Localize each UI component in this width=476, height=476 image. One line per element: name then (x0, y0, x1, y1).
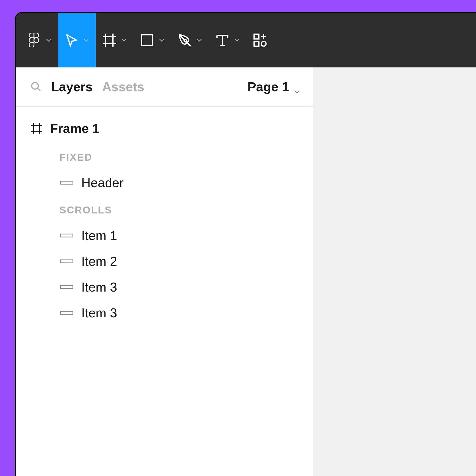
text-tool-button[interactable] (209, 13, 246, 67)
resources-icon (253, 33, 267, 47)
svg-line-20 (37, 88, 40, 91)
layer-item[interactable]: Item 2 (16, 248, 313, 274)
tab-layers[interactable]: Layers (51, 79, 93, 94)
chevron-down-icon (234, 37, 240, 43)
toolbar (16, 13, 476, 67)
move-tool-button[interactable] (58, 13, 96, 67)
svg-point-6 (184, 40, 187, 42)
chevron-down-icon (196, 37, 202, 43)
component-icon (60, 284, 73, 290)
layer-label: Header (81, 175, 124, 190)
layer-label: Frame 1 (50, 121, 99, 136)
svg-point-0 (34, 38, 39, 42)
layer-label: Item 2 (81, 254, 117, 269)
chevron-down-icon (83, 37, 89, 43)
shape-tool-button[interactable] (133, 13, 171, 67)
app-window: Layers Assets Page 1 (15, 12, 476, 476)
svg-line-8 (187, 43, 191, 46)
layer-label: Item 3 (81, 280, 117, 295)
svg-rect-5 (142, 35, 152, 46)
svg-point-19 (32, 83, 38, 89)
search-icon[interactable] (30, 81, 42, 92)
layer-item[interactable]: Item 1 (16, 223, 313, 248)
content-area: Layers Assets Page 1 (16, 67, 476, 476)
svg-point-16 (261, 41, 266, 46)
frame-icon (30, 122, 42, 134)
chevron-down-icon (46, 37, 52, 43)
layer-label: Item 3 (81, 305, 117, 320)
frame-icon (102, 33, 117, 47)
svg-rect-25 (60, 181, 73, 184)
svg-rect-15 (254, 41, 259, 46)
tab-assets[interactable]: Assets (102, 79, 145, 94)
pointer-icon (64, 33, 79, 47)
svg-rect-29 (60, 311, 73, 314)
figma-menu-button[interactable] (20, 13, 58, 67)
resources-tool-button[interactable] (246, 13, 274, 67)
chevron-down-icon (159, 37, 165, 43)
section-header-fixed: FIXED (16, 143, 313, 170)
text-icon (215, 33, 230, 47)
panel-header: Layers Assets Page 1 (16, 67, 313, 107)
page-selector[interactable]: Page 1 (247, 79, 300, 94)
layer-item[interactable]: Item 3 (16, 300, 313, 326)
chevron-down-icon (121, 37, 127, 43)
section-header-scrolls: SCROLLS (16, 196, 313, 223)
component-icon (60, 310, 73, 316)
component-icon (60, 258, 73, 264)
chevron-down-icon (294, 83, 300, 90)
page-selector-label: Page 1 (247, 79, 289, 94)
figma-icon (27, 33, 41, 47)
layer-item[interactable]: Item 3 (16, 274, 313, 300)
svg-rect-26 (60, 234, 73, 237)
frame-tool-button[interactable] (96, 13, 133, 67)
rectangle-icon (140, 33, 154, 47)
layers-list: Frame 1 FIXED Header SCROLLS Item 1 (16, 107, 313, 333)
svg-rect-27 (60, 260, 73, 263)
component-icon (60, 180, 73, 186)
layer-item[interactable]: Header (16, 170, 313, 196)
layer-frame[interactable]: Frame 1 (16, 114, 313, 143)
pen-icon (178, 33, 192, 47)
canvas-area[interactable] (313, 67, 476, 476)
layer-label: Item 1 (81, 228, 117, 243)
pen-tool-button[interactable] (171, 13, 209, 67)
left-panel: Layers Assets Page 1 (16, 67, 313, 476)
svg-rect-28 (60, 286, 73, 289)
svg-rect-14 (254, 34, 259, 39)
component-icon (60, 233, 73, 238)
